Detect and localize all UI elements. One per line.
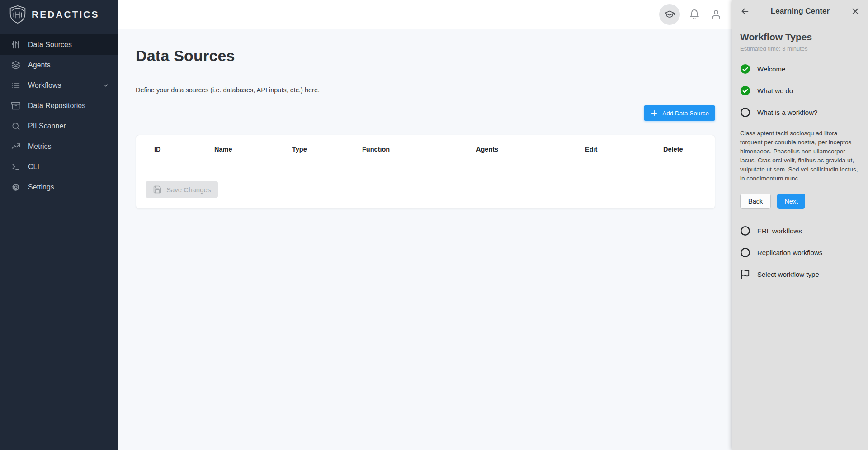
lesson-title: Workflow Types [740, 32, 859, 43]
plus-icon [650, 109, 658, 117]
save-changes-label: Save Changes [166, 186, 211, 194]
upcoming-steps: ERL workflows Replication workflows [740, 226, 859, 279]
close-icon [850, 6, 860, 16]
app-root: REDACTICS Data Sources [0, 0, 868, 450]
sidebar-item-label: Settings [28, 183, 54, 191]
notifications-button[interactable] [687, 7, 702, 22]
circle-icon [740, 247, 750, 258]
table-header-row: ID Name Type Function Agents Edit Delete [136, 135, 715, 163]
chevron-down-icon [102, 82, 109, 89]
topbar [118, 0, 732, 29]
step-label: Select workflow type [757, 270, 819, 278]
add-data-source-label: Add Data Source [662, 110, 709, 117]
circle-icon [740, 107, 750, 118]
step-replication-workflows[interactable]: Replication workflows [740, 247, 859, 258]
column-header-agents: Agents [476, 146, 585, 153]
trending-up-icon [11, 142, 20, 151]
sidebar-item-pii-scanner[interactable]: PII Scanner [0, 116, 118, 136]
sidebar-nav: Data Sources Agents [0, 29, 118, 197]
page-description: Define your data sources (i.e. databases… [136, 86, 715, 94]
sidebar-item-cli[interactable]: CLI [0, 156, 118, 177]
lesson-body-text: Class aptent taciti sociosqu ad litora t… [740, 129, 859, 183]
sidebar-item-settings[interactable]: Settings [0, 177, 118, 197]
check-circle-icon [740, 85, 750, 96]
user-icon [711, 9, 722, 20]
step-what-is-a-workflow[interactable]: What is a workflow? [740, 107, 859, 118]
step-label: Replication workflows [757, 249, 822, 256]
save-icon [153, 185, 162, 194]
next-button[interactable]: Next [777, 194, 805, 209]
column-header-edit: Edit [585, 146, 663, 153]
actions-row: Add Data Source [136, 105, 715, 121]
column-header-type: Type [292, 146, 362, 153]
check-circle-icon [740, 64, 750, 74]
learning-center-panel: Learning Center Workflow Types Estimated… [732, 0, 868, 450]
sidebar-item-metrics[interactable]: Metrics [0, 136, 118, 156]
sidebar-item-workflows[interactable]: Workflows [0, 75, 118, 95]
sidebar-item-label: Metrics [28, 142, 52, 151]
column-header-name: Name [214, 146, 292, 153]
back-button[interactable]: Back [740, 194, 771, 209]
estimated-time: Estimated time: 3 minutes [740, 45, 859, 52]
terminal-icon [11, 162, 20, 171]
column-header-id: ID [154, 146, 214, 153]
sidebar-item-label: PII Scanner [28, 122, 66, 130]
column-header-function: Function [362, 146, 476, 153]
circle-icon [740, 226, 750, 236]
step-label: What is a workflow? [757, 109, 817, 116]
learning-center-body: Workflow Types Estimated time: 3 minutes… [732, 23, 868, 279]
brand-logo: REDACTICS [0, 0, 118, 29]
main-content: Data Sources Define your data sources (i… [118, 29, 732, 450]
sidebar-item-agents[interactable]: Agents [0, 55, 118, 75]
sidebar-item-label: Agents [28, 61, 51, 69]
step-label: Welcome [757, 65, 785, 73]
graduation-cap-icon [664, 9, 675, 20]
list-icon [11, 81, 20, 90]
sliders-icon [11, 40, 20, 49]
learning-center-title: Learning Center [751, 7, 849, 16]
sidebar-item-label: Workflows [28, 81, 61, 90]
layers-icon [11, 61, 20, 70]
table-body-empty: Save Changes [136, 163, 715, 208]
bell-icon [689, 9, 700, 20]
sidebar-item-data-repositories[interactable]: Data Repositories [0, 95, 118, 116]
step-welcome[interactable]: Welcome [740, 64, 859, 74]
sidebar-item-label: Data Sources [28, 41, 72, 49]
panel-back-button[interactable] [739, 5, 751, 17]
learning-center-button[interactable] [659, 4, 680, 25]
lesson-steps: Welcome What we do What is a workflow? [740, 64, 859, 118]
brand-name: REDACTICS [32, 9, 99, 20]
sidebar-item-data-sources[interactable]: Data Sources [0, 34, 118, 55]
account-button[interactable] [709, 7, 723, 22]
save-changes-button[interactable]: Save Changes [146, 181, 218, 198]
step-label: ERL workflows [757, 227, 802, 235]
gear-icon [11, 183, 20, 192]
lesson-nav-buttons: Back Next [740, 194, 859, 209]
panel-close-button[interactable] [849, 5, 861, 17]
learning-center-header: Learning Center [732, 0, 868, 23]
sidebar: REDACTICS Data Sources [0, 0, 118, 450]
step-what-we-do[interactable]: What we do [740, 85, 859, 96]
arrow-left-icon [740, 6, 750, 16]
add-data-source-button[interactable]: Add Data Source [644, 105, 715, 121]
title-divider [136, 75, 715, 75]
sidebar-item-label: Data Repositories [28, 102, 85, 110]
search-icon [11, 122, 20, 131]
page-title: Data Sources [136, 47, 715, 65]
shield-logo-icon [7, 4, 28, 25]
column-header-delete: Delete [663, 146, 715, 153]
step-select-workflow-type[interactable]: Select workflow type [740, 269, 859, 279]
step-erl-workflows[interactable]: ERL workflows [740, 226, 859, 236]
archive-icon [11, 101, 20, 110]
sidebar-item-label: CLI [28, 163, 39, 171]
step-label: What we do [757, 87, 793, 95]
data-sources-table-card: ID Name Type Function Agents Edit Delete… [136, 135, 715, 209]
flag-icon [740, 269, 750, 279]
